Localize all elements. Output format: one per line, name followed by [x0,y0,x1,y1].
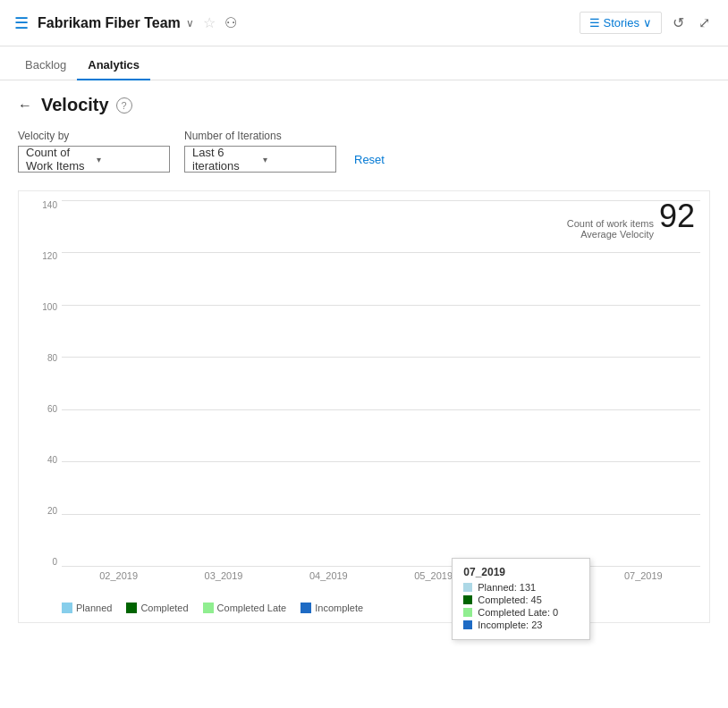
tooltip-color-completed-late [463,608,472,617]
legend-label-completed-late: Completed Late [217,603,287,613]
tooltip-color-completed [463,595,472,604]
tooltip-completed-label: Completed: 45 [478,594,542,605]
tooltip-incomplete-label: Incomplete: 23 [478,620,542,630]
velocity-by-value: Count of Work Items [26,146,91,173]
legend-color-completed [126,603,137,613]
legend-label-incomplete: Incomplete [315,603,363,613]
velocity-by-filter-group: Velocity by Count of Work Items ▾ [18,130,170,173]
legend-label-completed: Completed [140,603,188,613]
tooltip-row-planned: Planned: 131 [463,582,579,593]
main-content: ← Velocity ? Velocity by Count of Work I… [0,80,728,637]
iterations-filter-group: Number of Iterations Last 6 iterations ▾ [184,130,336,173]
legend-color-planned [62,603,72,613]
chart-legend: Planned Completed Completed Late Incompl… [28,603,700,613]
chart-tooltip: 07_2019 Planned: 131 Completed: 45 [452,558,590,640]
page-header: ← Velocity ? [18,95,710,115]
header-actions: ☰ Stories ∨ ↺ ⤢ [580,11,714,35]
tooltip-completed-late-label: Completed Late: 0 [478,607,558,618]
tooltip-planned-label: Planned: 131 [478,582,536,593]
y-label-120: 120 [28,251,62,261]
refresh-button[interactable]: ↺ [669,11,688,35]
y-label-20: 20 [28,506,62,516]
legend-item-incomplete: Incomplete [301,603,363,613]
iterations-value: Last 6 iterations [192,146,258,173]
velocity-by-label: Velocity by [18,130,170,142]
velocity-by-chevron-icon: ▾ [97,155,162,164]
y-label-140: 140 [28,200,62,210]
legend-item-completed-late: Completed Late [203,603,287,613]
tooltip-row-incomplete: Incomplete: 23 [463,620,579,630]
x-label-04-2019: 04_2019 [281,570,377,594]
velocity-by-dropdown[interactable]: Count of Work Items ▾ [18,146,170,173]
tooltip-color-incomplete [463,620,472,629]
team-name: Fabrikam Fiber Team [38,15,181,31]
legend-label-planned: Planned [76,603,112,613]
favorite-star-icon[interactable]: ☆ [203,14,216,31]
team-members-icon[interactable]: ⚇ [224,14,237,31]
y-axis: 0 20 40 60 80 100 120 140 [28,200,62,594]
x-label-07-2019: 07_2019 [596,570,691,594]
page-title: Velocity [41,95,109,115]
x-label-03-2019: 03_2019 [175,570,271,594]
reset-button[interactable]: Reset [351,146,388,173]
stories-label: Stories [604,16,639,30]
x-axis-labels: 02_2019 03_2019 04_2019 05_2019 06_2019 … [62,567,700,594]
y-label-100: 100 [28,302,62,312]
y-label-80: 80 [28,353,62,363]
iterations-dropdown[interactable]: Last 6 iterations ▾ [184,146,336,173]
nav-tabs: Backlog Analytics [0,46,728,80]
y-label-0: 0 [28,557,62,567]
tab-backlog[interactable]: Backlog [14,51,77,80]
app-logo-icon: ☰ [14,13,29,33]
tooltip-row-completed-late: Completed Late: 0 [463,607,579,618]
bars-container: 07_2019 Planned: 131 Completed: 45 [62,200,700,567]
legend-item-planned: Planned [62,603,112,613]
back-button[interactable]: ← [18,97,32,114]
chart-container: 0 20 40 60 80 100 120 140 [28,200,700,594]
help-icon[interactable]: ? [116,97,132,114]
tooltip-title: 07_2019 [463,566,579,578]
legend-item-completed: Completed [126,603,188,613]
legend-color-incomplete [301,603,311,613]
app-header: ☰ Fabrikam Fiber Team ∨ ☆ ⚇ ☰ Stories ∨ … [0,0,728,46]
tab-analytics[interactable]: Analytics [77,51,150,80]
stories-button[interactable]: ☰ Stories ∨ [580,12,662,34]
iterations-chevron-icon: ▾ [263,155,328,164]
stories-icon: ☰ [589,16,600,30]
x-label-02-2019: 02_2019 [71,570,166,594]
stories-chevron-icon: ∨ [643,16,652,30]
y-label-60: 60 [28,404,62,414]
team-chevron-icon[interactable]: ∨ [186,17,194,30]
legend-color-completed-late [203,603,214,613]
iterations-label: Number of Iterations [184,130,336,142]
y-label-40: 40 [28,455,62,465]
expand-button[interactable]: ⤢ [695,11,714,35]
chart-area: Count of work items Average Velocity 92 … [18,190,710,623]
filter-bar: Velocity by Count of Work Items ▾ Number… [18,130,710,173]
tooltip-row-completed: Completed: 45 [463,594,579,605]
tooltip-color-planned [463,583,472,592]
